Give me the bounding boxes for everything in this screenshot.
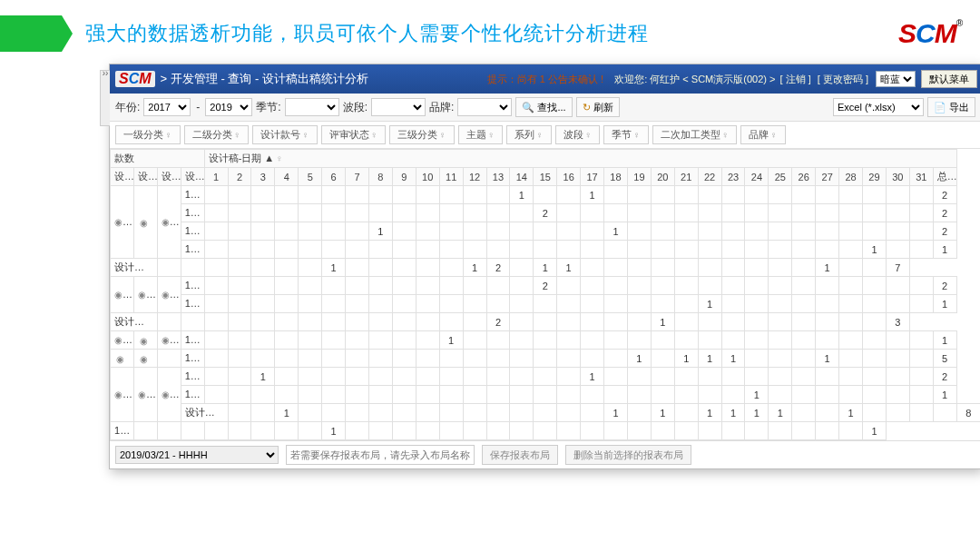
data-cell bbox=[416, 277, 439, 295]
search-button[interactable]: 🔍查找... bbox=[515, 97, 572, 117]
filter-icon[interactable]: ♀ bbox=[770, 130, 778, 140]
day-column: 24 bbox=[745, 168, 769, 186]
filter-icon[interactable]: ♀ bbox=[371, 130, 378, 140]
data-cell bbox=[368, 368, 392, 386]
designer-cell[interactable]: ◉王一 bbox=[111, 277, 134, 313]
data-cell bbox=[463, 313, 486, 331]
filter-icon[interactable]: ♀ bbox=[536, 130, 544, 140]
expand-icon[interactable]: ◉ bbox=[114, 290, 122, 300]
data-cell bbox=[886, 331, 909, 350]
period-cell: 17年01月 bbox=[181, 331, 204, 350]
data-cell bbox=[368, 259, 392, 277]
data-cell bbox=[322, 222, 346, 241]
data-cell bbox=[839, 241, 863, 259]
field-chip[interactable]: 主题♀ bbox=[458, 125, 504, 144]
data-cell bbox=[909, 331, 933, 350]
pivot-row-field[interactable]: 设计组 ▲♀ bbox=[133, 168, 157, 186]
data-cell bbox=[698, 331, 721, 350]
export-button[interactable]: 📄 导出 bbox=[927, 97, 975, 117]
data-cell: 1 bbox=[769, 404, 792, 422]
data-cell bbox=[769, 331, 792, 350]
theme-select[interactable]: 暗蓝 bbox=[876, 71, 916, 87]
designer-cell[interactable]: ◉芳 bbox=[111, 368, 134, 422]
group-cell[interactable]: ◉ bbox=[133, 350, 157, 368]
default-menu-button[interactable]: 默认菜单 bbox=[921, 70, 977, 88]
group-cell[interactable]: ◉设计1组 bbox=[133, 368, 157, 422]
pivot-col-group[interactable]: 设计稿-日期 ▲♀ bbox=[204, 150, 956, 168]
filter-icon[interactable]: ♀ bbox=[439, 130, 446, 140]
brand-select[interactable] bbox=[457, 98, 512, 116]
data-cell bbox=[251, 404, 275, 422]
data-cell bbox=[439, 350, 463, 368]
field-chip[interactable]: 系列♀ bbox=[506, 125, 552, 144]
expand-icon[interactable]: ◉ bbox=[114, 389, 122, 399]
data-cell bbox=[674, 241, 698, 259]
field-chip[interactable]: 季节♀ bbox=[603, 125, 649, 144]
dept-cell[interactable]: ◉设计师 bbox=[157, 331, 181, 350]
field-dropzone[interactable]: 一级分类♀二级分类♀设计款号♀评审状态♀三级分类♀主题♀系列♀波段♀季节♀二次加… bbox=[110, 122, 980, 149]
group-cell[interactable]: ◉ bbox=[133, 331, 157, 350]
pivot-row-field[interactable]: 设计稿-年月 ▲♀ bbox=[181, 168, 204, 186]
titlebar-tip[interactable]: 提示：尚有 1 公告未确认 ! bbox=[487, 73, 603, 86]
data-cell bbox=[368, 186, 392, 204]
table-row: 设计部合计111111118 bbox=[111, 404, 981, 422]
data-cell bbox=[792, 295, 816, 313]
data-cell bbox=[581, 350, 604, 368]
year-from-select[interactable]: 2017 bbox=[143, 98, 191, 116]
day-column: 17 bbox=[581, 168, 604, 186]
filter-icon[interactable]: ♀ bbox=[165, 130, 172, 140]
data-cell: 1 bbox=[698, 350, 721, 368]
filter-icon[interactable]: ♀ bbox=[276, 153, 283, 163]
year-to-select[interactable]: 2019 bbox=[205, 98, 252, 116]
dept-cell[interactable]: ◉设计部 bbox=[157, 186, 181, 259]
season-select[interactable] bbox=[285, 98, 339, 116]
designer-cell[interactable]: ◉云雾 bbox=[111, 186, 134, 259]
designer-cell[interactable]: ◉王老五 bbox=[111, 331, 134, 350]
field-chip[interactable]: 三级分类♀ bbox=[389, 125, 455, 144]
filter-icon[interactable]: ♀ bbox=[633, 130, 641, 140]
save-layout-button[interactable]: 保存报表布局 bbox=[482, 445, 558, 465]
field-chip[interactable]: 品牌♀ bbox=[740, 125, 786, 144]
filter-icon[interactable]: ♀ bbox=[302, 130, 309, 140]
data-cell bbox=[627, 368, 651, 386]
pivot-row-field[interactable]: 设计师 ▼♀ bbox=[111, 168, 134, 186]
expand-icon[interactable]: ◉ bbox=[114, 335, 122, 345]
delete-layout-button[interactable]: 删除当前选择的报表布局 bbox=[565, 445, 691, 465]
layout-select[interactable]: 2019/03/21 - HHHH bbox=[115, 446, 279, 464]
data-cell bbox=[839, 259, 863, 277]
data-cell bbox=[510, 295, 534, 313]
data-cell bbox=[534, 350, 557, 368]
group-cell[interactable]: ◉设计一组 bbox=[133, 277, 157, 313]
filter-icon[interactable]: ♀ bbox=[722, 130, 730, 140]
dept-cell[interactable]: ◉设计部 bbox=[157, 368, 181, 422]
data-cell bbox=[816, 186, 839, 204]
pivot-row-field[interactable]: 设计部 ▼♀ bbox=[157, 168, 181, 186]
group-cell[interactable]: ◉ bbox=[133, 186, 157, 259]
expand-icon[interactable]: ◉ bbox=[114, 217, 122, 227]
field-chip[interactable]: 二次加工类型♀ bbox=[652, 125, 738, 144]
field-chip[interactable]: 设计款号♀ bbox=[252, 125, 318, 144]
filter-icon[interactable]: ♀ bbox=[488, 130, 495, 140]
designer-cell[interactable]: ◉ bbox=[111, 350, 134, 368]
field-chip[interactable]: 一级分类♀ bbox=[115, 125, 181, 144]
filter-icon[interactable]: ♀ bbox=[585, 130, 593, 140]
change-password-link[interactable]: [ 更改密码 ] bbox=[818, 74, 868, 84]
field-chip[interactable]: 二级分类♀ bbox=[184, 125, 250, 144]
dept-cell[interactable]: ◉设计师 bbox=[157, 277, 181, 313]
dept-cell[interactable] bbox=[157, 350, 181, 368]
logout-link[interactable]: [ 注销 ] bbox=[779, 74, 810, 84]
export-format-select[interactable]: Excel (*.xlsx) bbox=[833, 98, 924, 116]
filter-icon[interactable]: ♀ bbox=[234, 130, 241, 140]
field-chip[interactable]: 波段♀ bbox=[555, 125, 601, 144]
field-chip[interactable]: 评审状态♀ bbox=[321, 125, 387, 144]
data-cell bbox=[534, 331, 557, 350]
refresh-button[interactable]: ↻刷新 bbox=[576, 97, 620, 117]
data-cell bbox=[627, 222, 651, 241]
data-cell bbox=[886, 404, 909, 422]
data-cell bbox=[275, 259, 299, 277]
layout-name-input[interactable] bbox=[286, 445, 475, 465]
sidebar-handle[interactable]: ›› bbox=[100, 70, 110, 126]
data-cell bbox=[275, 386, 299, 404]
wave-select[interactable] bbox=[371, 98, 426, 116]
data-cell bbox=[627, 404, 651, 422]
